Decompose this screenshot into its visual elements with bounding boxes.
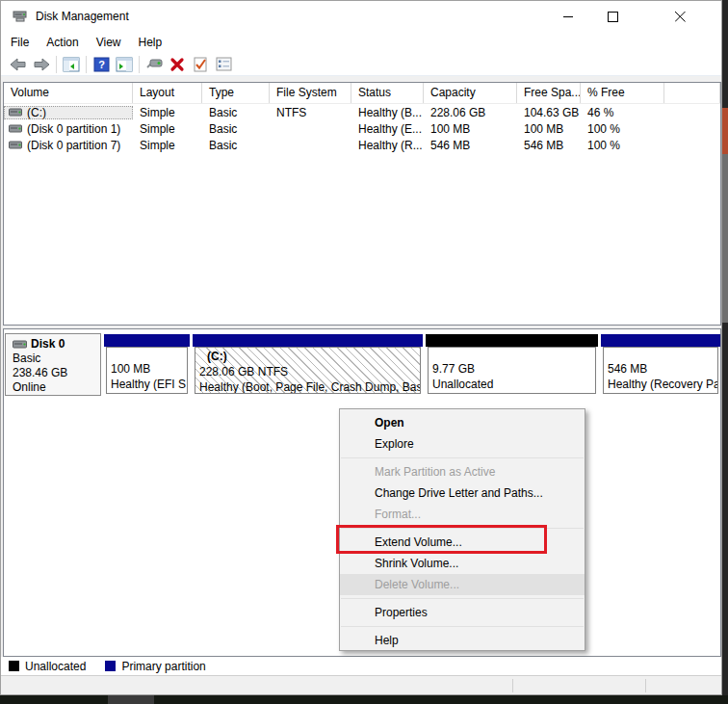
show-action-pane-icon[interactable] [113,55,136,74]
menu-item-open[interactable]: Open [340,412,585,433]
partition-name: (C:) [199,349,420,364]
cell-free-space: 104.63 GB [517,106,581,119]
toolbar-separator [56,56,57,73]
cell-status: Healthy (R... [351,139,424,152]
menu-item-shrink-volume[interactable]: Shrink Volume... [340,553,585,574]
partition-bar-unallocated [426,334,598,347]
menu-item-properties[interactable]: Properties [340,602,585,623]
partition-bar-primary [601,334,720,347]
column-header-file-system[interactable]: File System [270,83,351,103]
disk-status: Online [13,380,100,395]
partition-size: 228.06 GB NTFS [199,364,420,379]
cell-pct-free: 100 % [581,122,664,136]
popup-window-icon[interactable] [143,55,166,74]
column-header-pct-free[interactable]: % Free [581,83,664,103]
menu-separator [341,598,584,599]
cell-capacity: 100 MB [424,122,517,136]
show-console-tree-icon[interactable] [60,55,83,74]
disk-name: Disk 0 [31,337,65,352]
volume-list-header: Volume Layout Type File System Status Ca… [4,83,720,104]
legend-swatch-primary [105,661,116,671]
column-header-free-space[interactable]: Free Spa... [517,83,581,103]
cell-status: Healthy (B... [351,106,424,119]
partition-status: Healthy (Recovery Pa [608,377,717,392]
app-icon [13,10,28,27]
menu-item-format: Format... [340,504,585,525]
status-bar [1,675,721,694]
table-row[interactable]: (Disk 0 partition 1) Simple Basic Health… [4,120,720,137]
delete-icon[interactable] [166,55,189,74]
legend-bar: Unallocated Primary partition [1,657,721,675]
partition-status: Unallocated [432,377,595,392]
volume-name: (Disk 0 partition 1) [27,122,120,136]
forward-icon[interactable] [30,55,53,74]
menu-separator [341,626,584,627]
properties-checklist-icon[interactable] [212,55,235,74]
column-header-layout[interactable]: Layout [133,83,202,103]
cell-pct-free: 100 % [581,139,664,152]
partition-efi[interactable]: 100 MB Healthy (EFI S [104,334,190,395]
menu-item-delete-volume: Delete Volume... [340,574,585,595]
column-header-status[interactable]: Status [351,83,424,103]
table-row[interactable]: (Disk 0 partition 7) Simple Basic Health… [4,137,720,153]
partition-size: 100 MB [111,361,187,377]
legend-label-primary: Primary partition [121,660,205,673]
partition-bar-primary [193,334,423,347]
svg-text:?: ? [98,59,105,70]
menu-bar: File Action View Help [1,32,721,53]
volume-icon [9,108,22,117]
cell-type: Basic [202,106,270,119]
menu-help[interactable]: Help [130,32,171,53]
partition-bar-primary [104,334,190,347]
taskbar-strip [0,695,728,704]
partition-size: 9.77 GB [432,361,595,377]
menu-file[interactable]: File [2,32,38,53]
volume-name: (C:) [27,106,46,119]
column-header-volume[interactable]: Volume [4,83,133,103]
back-icon[interactable] [7,55,30,74]
screen: Disk Management File Action View Help [0,0,728,704]
maximize-button[interactable] [590,1,635,32]
partition-c-selected[interactable]: (C:) 228.06 GB NTFS Healthy (Boot, Page … [193,334,423,395]
partition-size: 546 MB [608,361,717,377]
title-bar: Disk Management [1,1,721,32]
volume-list-pane: Volume Layout Type File System Status Ca… [3,82,721,326]
cell-layout: Simple [133,139,202,152]
menu-item-extend-volume[interactable]: Extend Volume... [340,532,585,553]
disk0-header[interactable]: Disk 0 Basic 238.46 GB Online [5,333,101,396]
volume-context-menu: Open Explore Mark Partition as Active Ch… [339,408,585,651]
legend-swatch-unallocated [9,661,19,671]
menu-item-explore[interactable]: Explore [340,433,585,455]
cell-type: Basic [202,122,270,136]
validate-check-icon[interactable] [189,55,212,74]
menu-separator [341,528,584,529]
status-bar-divider [645,679,646,692]
column-header-filler [664,83,720,103]
volume-name: (Disk 0 partition 7) [27,139,120,152]
menu-item-help[interactable]: Help [340,630,585,651]
cell-layout: Simple [133,106,202,119]
close-button[interactable] [658,1,702,32]
cell-file-system: NTFS [270,106,351,119]
menu-action[interactable]: Action [38,32,87,53]
partition-recovery[interactable]: 546 MB Healthy (Recovery Pa [601,334,720,395]
volume-icon [9,124,22,133]
menu-item-change-drive-letter[interactable]: Change Drive Letter and Paths... [340,482,585,504]
partition-unallocated[interactable]: 9.77 GB Unallocated [426,334,598,395]
cell-capacity: 228.06 GB [424,106,517,119]
column-header-capacity[interactable]: Capacity [424,83,517,103]
cell-pct-free: 46 % [581,106,664,119]
desktop-edge [722,0,728,704]
cell-layout: Simple [133,122,202,136]
partition-status: Healthy (Boot, Page File, Crash Dump, Ba… [199,379,420,394]
toolbar-separator [86,56,87,73]
help-icon[interactable]: ? [90,55,113,74]
cell-status: Healthy (E... [351,122,424,136]
table-row[interactable]: (C:) Simple Basic NTFS Healthy (B... 228… [4,104,720,120]
column-header-type[interactable]: Type [202,83,270,103]
status-bar-divider [512,679,513,692]
menu-item-mark-partition-active: Mark Partition as Active [340,461,585,482]
legend-label-unallocated: Unallocated [25,660,86,673]
minimize-button[interactable] [546,1,590,32]
menu-view[interactable]: View [88,32,130,53]
